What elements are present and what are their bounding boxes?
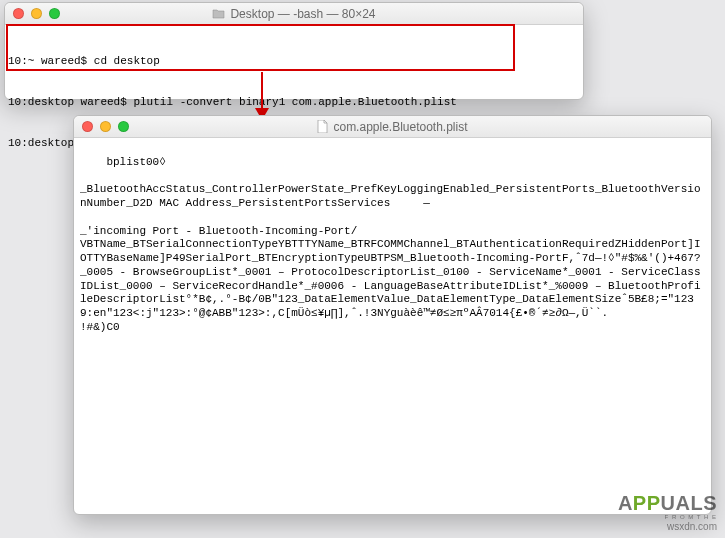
close-icon[interactable] (13, 8, 24, 19)
minimize-icon[interactable] (100, 121, 111, 132)
terminal-titlebar[interactable]: Desktop — -bash — 80×24 (5, 3, 583, 25)
watermark: APPUALS F R O M T H E wsxdn.com (618, 492, 717, 532)
editor-content: bplist00◊ _BluetoothAccStatus_Controller… (80, 156, 701, 333)
watermark-site: wsxdn.com (618, 521, 717, 532)
watermark-sub: F R O M T H E (618, 514, 717, 521)
terminal-title-text: Desktop — -bash — 80×24 (230, 7, 375, 21)
folder-icon (212, 8, 225, 19)
editor-title: com.apple.Bluetooth.plist (74, 120, 711, 134)
terminal-title: Desktop — -bash — 80×24 (5, 7, 583, 21)
maximize-icon[interactable] (49, 8, 60, 19)
watermark-brand: APPUALS (618, 492, 717, 514)
minimize-icon[interactable] (31, 8, 42, 19)
editor-title-text: com.apple.Bluetooth.plist (333, 120, 467, 134)
window-controls (5, 8, 60, 19)
document-icon (317, 120, 328, 133)
editor-body[interactable]: bplist00◊ _BluetoothAccStatus_Controller… (74, 138, 711, 352)
editor-window[interactable]: com.apple.Bluetooth.plist bplist00◊ _Blu… (73, 115, 712, 515)
terminal-line: 10:~ wareed$ cd desktop (8, 55, 580, 69)
window-controls (74, 121, 129, 132)
terminal-window[interactable]: Desktop — -bash — 80×24 10:~ wareed$ cd … (4, 2, 584, 100)
terminal-line: 10:desktop wareed$ plutil -convert binar… (8, 96, 580, 110)
editor-titlebar[interactable]: com.apple.Bluetooth.plist (74, 116, 711, 138)
close-icon[interactable] (82, 121, 93, 132)
maximize-icon[interactable] (118, 121, 129, 132)
